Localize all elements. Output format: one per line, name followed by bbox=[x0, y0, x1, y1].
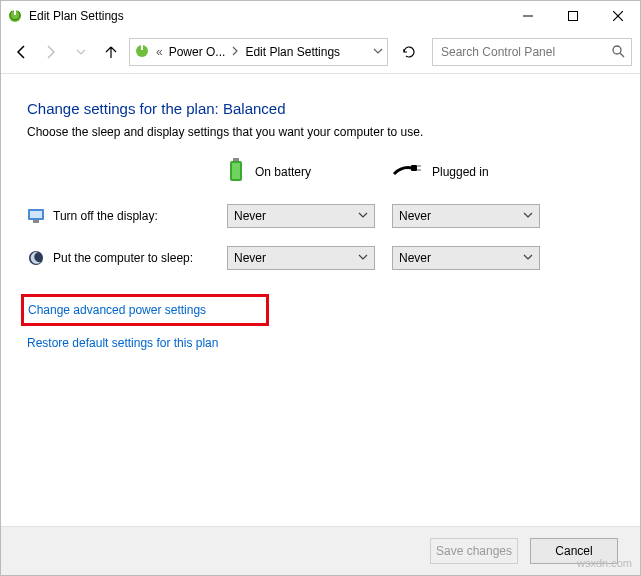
breadcrumb-root-sep: « bbox=[156, 45, 163, 59]
svg-rect-7 bbox=[141, 45, 143, 50]
restore-defaults-link[interactable]: Restore default settings for this plan bbox=[27, 336, 218, 350]
close-button[interactable] bbox=[595, 2, 640, 30]
search-icon bbox=[611, 44, 625, 61]
svg-rect-1 bbox=[14, 10, 16, 15]
forward-button[interactable] bbox=[39, 40, 63, 64]
footer: Save changes Cancel bbox=[1, 526, 640, 575]
watermark: wsxdn.com bbox=[577, 557, 632, 569]
address-bar[interactable]: « Power O... Edit Plan Settings bbox=[129, 38, 388, 66]
plug-icon bbox=[392, 162, 422, 181]
page-subtitle: Choose the sleep and display settings th… bbox=[27, 125, 614, 139]
window-title: Edit Plan Settings bbox=[29, 9, 505, 23]
col-plugged-in-label: Plugged in bbox=[432, 165, 489, 179]
chevron-down-icon bbox=[523, 251, 533, 265]
svg-rect-3 bbox=[568, 12, 577, 21]
row-display: Turn off the display: Never Never bbox=[27, 204, 614, 228]
svg-line-4 bbox=[613, 11, 623, 21]
monitor-icon bbox=[27, 207, 45, 225]
svg-rect-18 bbox=[33, 220, 39, 223]
col-on-battery: On battery bbox=[227, 157, 392, 186]
content-area: Change settings for the plan: Balanced C… bbox=[1, 74, 640, 526]
chevron-down-icon bbox=[358, 209, 368, 223]
moon-icon bbox=[27, 249, 45, 267]
links-area: Change advanced power settings Restore d… bbox=[27, 294, 614, 350]
breadcrumb-item-2[interactable]: Edit Plan Settings bbox=[245, 45, 340, 59]
svg-rect-10 bbox=[233, 158, 239, 161]
address-dropdown-icon[interactable] bbox=[373, 45, 383, 59]
sleep-plugged-dropdown[interactable]: Never bbox=[392, 246, 540, 270]
power-icon bbox=[134, 43, 150, 62]
display-battery-dropdown[interactable]: Never bbox=[227, 204, 375, 228]
col-plugged-in: Plugged in bbox=[392, 162, 557, 181]
highlighted-link-box: Change advanced power settings bbox=[21, 294, 269, 326]
chevron-down-icon bbox=[358, 251, 368, 265]
display-label: Turn off the display: bbox=[27, 207, 227, 225]
minimize-button[interactable] bbox=[505, 2, 550, 30]
advanced-settings-link[interactable]: Change advanced power settings bbox=[28, 303, 206, 317]
search-box[interactable] bbox=[432, 38, 632, 66]
page-title: Change settings for the plan: Balanced bbox=[27, 100, 614, 117]
sleep-label: Put the computer to sleep: bbox=[27, 249, 227, 267]
chevron-right-icon bbox=[231, 45, 239, 59]
svg-rect-13 bbox=[411, 165, 417, 171]
window-controls bbox=[505, 2, 640, 30]
svg-point-8 bbox=[613, 46, 621, 54]
window: Edit Plan Settings bbox=[0, 0, 641, 576]
navbar: « Power O... Edit Plan Settings bbox=[1, 31, 640, 74]
search-input[interactable] bbox=[439, 44, 607, 60]
back-button[interactable] bbox=[9, 40, 33, 64]
battery-icon bbox=[227, 157, 245, 186]
svg-rect-12 bbox=[232, 163, 240, 179]
svg-line-5 bbox=[613, 11, 623, 21]
col-on-battery-label: On battery bbox=[255, 165, 311, 179]
app-icon bbox=[7, 8, 23, 24]
svg-line-9 bbox=[620, 53, 624, 57]
sleep-battery-dropdown[interactable]: Never bbox=[227, 246, 375, 270]
breadcrumb-item-1[interactable]: Power O... bbox=[169, 45, 226, 59]
maximize-button[interactable] bbox=[550, 2, 595, 30]
refresh-button[interactable] bbox=[396, 39, 422, 65]
row-sleep: Put the computer to sleep: Never Never bbox=[27, 246, 614, 270]
svg-rect-17 bbox=[30, 211, 42, 218]
chevron-down-icon bbox=[523, 209, 533, 223]
titlebar: Edit Plan Settings bbox=[1, 1, 640, 31]
up-button[interactable] bbox=[99, 40, 123, 64]
save-button[interactable]: Save changes bbox=[430, 538, 518, 564]
recent-dropdown[interactable] bbox=[69, 40, 93, 64]
display-plugged-dropdown[interactable]: Never bbox=[392, 204, 540, 228]
column-headers: On battery Plugged in bbox=[227, 157, 614, 186]
